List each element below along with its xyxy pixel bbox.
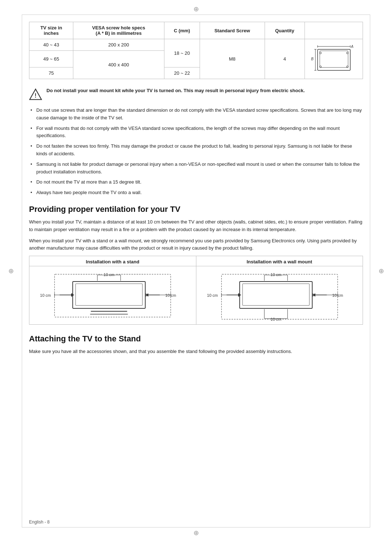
stand-diagram-svg: 10 cm 10 cm 10 cm bbox=[35, 271, 190, 322]
warning-strong: Do not install your wall mount kit while… bbox=[46, 88, 305, 93]
table-row: 20 ~ 22 bbox=[164, 67, 200, 79]
vent-panel-wall: Installation with a wall mount 10 cm 10 … bbox=[196, 256, 363, 324]
page-footer: English - 8 bbox=[29, 520, 50, 525]
section2-para1: Make sure you have all the accessories s… bbox=[29, 348, 363, 356]
section2-heading: Attaching the TV to the Stand bbox=[29, 334, 363, 344]
table-row: 18 ~ 20 bbox=[164, 39, 200, 67]
list-item: For wall mounts that do not comply with … bbox=[29, 125, 363, 140]
reg-mark-left: ⊕ bbox=[7, 267, 15, 275]
wall-diagram-svg: 10 cm 10 cm 10 cm 10 cm bbox=[202, 271, 357, 322]
svg-text:B: B bbox=[311, 57, 314, 61]
vesa-diagram-svg: A B bbox=[310, 42, 358, 75]
vent-diagram-wall: 10 cm 10 cm 10 cm 10 cm bbox=[196, 266, 363, 324]
vent-diagram-stand: 10 cm 10 cm 10 cm bbox=[29, 266, 196, 324]
reg-mark-top: ⊕ bbox=[192, 5, 200, 13]
svg-text:A: A bbox=[351, 45, 354, 49]
table-row: 49 ~ 65 bbox=[29, 51, 73, 67]
border-bottom bbox=[22, 527, 370, 527]
vent-panel-stand: Installation with a stand 10 cm bbox=[29, 256, 196, 324]
col-header-tv-size: TV size ininches bbox=[29, 22, 73, 39]
list-item: Do not mount the TV at more than a 15 de… bbox=[29, 178, 363, 186]
vent-panel-stand-title: Installation with a stand bbox=[29, 256, 196, 266]
vesa-diagram-cell: A B bbox=[305, 39, 363, 79]
svg-text:10 cm: 10 cm bbox=[270, 272, 281, 277]
table-row: 40 ~ 43 bbox=[29, 39, 73, 51]
list-item: Samsung is not liable for product damage… bbox=[29, 161, 363, 176]
list-item: Do not use screws that are longer than t… bbox=[29, 107, 363, 122]
border-left bbox=[22, 15, 22, 527]
warning-icon: ! bbox=[29, 88, 42, 101]
vesa-table: TV size ininches VESA screw hole specs(A… bbox=[29, 22, 363, 79]
col-header-standard-screw: Standard Screw bbox=[200, 22, 265, 39]
list-item: Do not fasten the screws too firmly. Thi… bbox=[29, 143, 363, 158]
table-row: 200 x 200 bbox=[73, 39, 164, 51]
svg-text:10 cm: 10 cm bbox=[40, 293, 51, 297]
border-top bbox=[22, 15, 370, 15]
section1-heading: Providing proper ventilation for your TV bbox=[29, 205, 363, 214]
table-row: 75 bbox=[29, 67, 73, 79]
svg-rect-17 bbox=[73, 282, 145, 308]
list-item: Always have two people mount the TV onto… bbox=[29, 189, 363, 197]
svg-text:10 cm: 10 cm bbox=[103, 272, 114, 277]
warning-box: ! Do not install your wall mount kit whi… bbox=[29, 87, 363, 101]
reg-mark-right: ⊕ bbox=[377, 267, 385, 275]
svg-rect-18 bbox=[75, 284, 142, 305]
reg-mark-bottom: ⊕ bbox=[192, 529, 200, 537]
bullet-list: Do not use screws that are longer than t… bbox=[29, 107, 363, 197]
svg-rect-1 bbox=[320, 51, 348, 67]
col-header-c-mm: C (mm) bbox=[164, 22, 200, 39]
section1-para1: When you install your TV, maintain a dis… bbox=[29, 218, 363, 234]
svg-rect-40 bbox=[242, 284, 309, 305]
svg-rect-39 bbox=[240, 282, 312, 308]
col-header-diagram bbox=[305, 22, 363, 39]
border-right bbox=[370, 15, 370, 527]
col-header-quantity: Quantity bbox=[265, 22, 305, 39]
ventilation-diagrams: Installation with a stand 10 cm bbox=[29, 256, 363, 325]
svg-text:!: ! bbox=[34, 92, 36, 99]
vent-panel-wall-title: Installation with a wall mount bbox=[196, 256, 363, 266]
table-row: M8 bbox=[200, 39, 265, 79]
svg-rect-0 bbox=[318, 49, 350, 70]
table-row: 4 bbox=[265, 39, 305, 79]
col-header-vesa: VESA screw hole specs(A * B) in millimet… bbox=[73, 22, 164, 39]
svg-text:10 cm: 10 cm bbox=[207, 293, 218, 297]
table-row: 400 x 400 bbox=[73, 51, 164, 79]
section1-para2: When you install your TV with a stand or… bbox=[29, 237, 363, 252]
warning-text: Do not install your wall mount kit while… bbox=[46, 87, 305, 94]
svg-text:10 cm: 10 cm bbox=[270, 317, 281, 321]
